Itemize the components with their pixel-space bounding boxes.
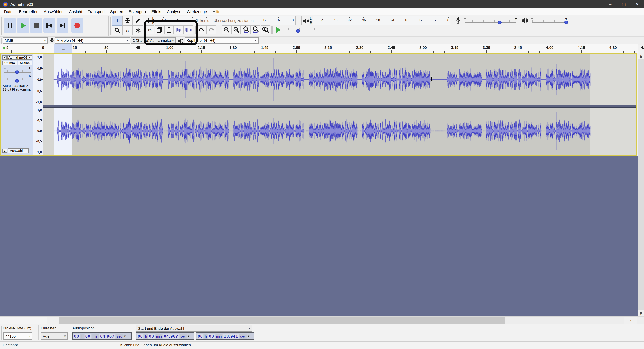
scroll-down-button[interactable]: ∨ (638, 310, 644, 316)
monitoring-prompt[interactable]: Klicken um Überwachung zu starten (194, 18, 254, 22)
menu-transport[interactable]: Transport (85, 10, 108, 14)
selection-tool-button[interactable]: I (112, 16, 122, 26)
title-bar[interactable]: Aufnahme01 – ▢ ✕ (0, 0, 644, 8)
audio-position-field[interactable]: 00h00min04.967sec▼ (72, 332, 132, 340)
project-rate-select[interactable]: 44100∨ (3, 332, 32, 340)
minimize-button[interactable]: – (604, 0, 617, 8)
time-digits[interactable]: 00 (74, 333, 80, 339)
time-field-dropdown-icon[interactable]: ▼ (247, 334, 250, 338)
toolbar-grip[interactable] (1, 326, 2, 340)
record-button[interactable] (72, 18, 83, 33)
time-unit[interactable]: sec (240, 334, 246, 338)
vertical-scroll-thumb[interactable] (638, 59, 644, 310)
timeline-pin-icon[interactable]: ▼ (2, 46, 6, 50)
time-field-dropdown-icon[interactable]: ▼ (124, 334, 126, 338)
horizontal-scroll-thumb[interactable] (59, 317, 505, 324)
scroll-left-button[interactable]: ‹ (47, 317, 59, 324)
time-digits[interactable]: 04.967 (163, 333, 179, 339)
play-at-speed-button[interactable] (274, 25, 283, 34)
time-unit[interactable]: h (144, 334, 148, 338)
menu-datei[interactable]: Datei (1, 10, 16, 14)
fit-selection-button[interactable] (241, 25, 250, 34)
time-unit[interactable]: min (92, 334, 99, 338)
time-digits[interactable]: 00 (137, 333, 144, 339)
time-digits[interactable]: 00 (208, 333, 215, 339)
menu-spuren[interactable]: Spuren (108, 10, 126, 14)
track-close-button[interactable]: ✕ (2, 55, 7, 60)
waveform-area[interactable]: I (43, 54, 636, 154)
audio-host-select[interactable]: MME∨ (3, 37, 48, 44)
timeline-ruler[interactable]: ▼ 5 ↔01530451:001:151:301:452:002:152:30… (0, 44, 638, 53)
solo-button[interactable]: Alleine (18, 61, 32, 65)
track-control-panel[interactable]: ✕ Aufnahme01 ▼ Stumm Alleine − + L R Ste… (1, 54, 33, 154)
playback-device-select[interactable]: Kopfhörer (4- H4)∨ (184, 37, 259, 44)
menu-ansicht[interactable]: Ansicht (66, 10, 85, 14)
zoom-in-button[interactable] (222, 25, 231, 34)
selection-start-field[interactable]: 00h00min04.967sec▼ (136, 332, 194, 340)
menu-bearbeiten[interactable]: Bearbeiten (16, 10, 41, 14)
multi-tool-button[interactable] (133, 26, 143, 35)
record-volume-slider[interactable] (498, 20, 502, 24)
cut-button[interactable]: ✂ (145, 25, 154, 34)
zoom-out-button[interactable] (232, 25, 241, 34)
draw-tool-button[interactable] (133, 16, 143, 26)
menu-werkzeuge[interactable]: Werkzeuge (184, 10, 210, 14)
redo-button[interactable] (206, 25, 216, 34)
recording-meter[interactable]: LR Klicken um Überwachung zu starten -54… (144, 16, 296, 25)
waveform-right-channel[interactable] (43, 107, 636, 154)
menu-auswählen[interactable]: Auswählen (41, 10, 66, 14)
time-unit[interactable]: sec (180, 334, 186, 338)
selection-range-mode-select[interactable]: Start und Ende der Auswahl∨ (136, 325, 252, 332)
time-unit[interactable]: min (156, 334, 162, 338)
time-digits[interactable]: 04.967 (100, 333, 115, 339)
play-button[interactable] (17, 18, 29, 33)
time-digits[interactable]: 00 (197, 333, 204, 339)
toolbar-grip[interactable] (110, 17, 111, 35)
horizontal-scrollbar[interactable]: ‹ › (0, 316, 644, 324)
time-shift-tool-button[interactable]: ↔ (122, 26, 133, 35)
recording-device-select[interactable]: Mikrofon (4- H4)∨ (54, 37, 130, 44)
playback-volume-slider[interactable] (564, 20, 568, 24)
undo-button[interactable] (197, 25, 206, 34)
playback-meter[interactable]: LR -54-48-42-36-30-24-18-12-60 (302, 16, 451, 25)
zoom-toggle-button[interactable] (261, 25, 270, 34)
menu-hilfe[interactable]: Hilfe (210, 10, 223, 14)
trim-audio-button[interactable] (174, 25, 184, 34)
toolbar-grip[interactable] (1, 17, 2, 35)
close-button[interactable]: ✕ (630, 0, 644, 8)
scroll-right-button[interactable]: › (624, 317, 636, 324)
menu-erzeugen[interactable]: Erzeugen (126, 10, 149, 14)
silence-audio-button[interactable] (184, 25, 193, 34)
maximize-button[interactable]: ▢ (617, 0, 630, 8)
selection-end-field[interactable]: 00h00min13.941sec▼ (196, 332, 254, 340)
time-unit[interactable]: min (216, 334, 222, 338)
menu-effekt[interactable]: Effekt (148, 10, 164, 14)
play-speed-thumb[interactable] (296, 29, 300, 33)
skip-to-end-button[interactable] (56, 18, 68, 33)
time-digits[interactable]: 00 (148, 333, 155, 339)
toolbar-grip[interactable] (195, 26, 196, 34)
mute-button[interactable]: Stumm (2, 61, 17, 65)
vertical-scrollbar[interactable]: ∧ ∨ (638, 53, 644, 316)
recording-channels-select[interactable]: 2 (Stereo) Aufnahmekanä ∨ (131, 37, 176, 44)
zoom-tool-button[interactable] (112, 26, 122, 35)
time-digits[interactable]: 13.941 (223, 333, 239, 339)
pan-slider[interactable] (15, 79, 19, 82)
track-name-menu[interactable]: Aufnahme01 ▼ (8, 55, 32, 60)
track-select-button[interactable]: Auswählen (8, 148, 29, 153)
envelope-tool-button[interactable] (122, 16, 133, 26)
collapse-track-button[interactable]: ▲ (2, 148, 7, 152)
waveform-left-channel[interactable] (43, 54, 636, 105)
menu-analyse[interactable]: Analyse (164, 10, 184, 14)
toolbar-grip[interactable] (1, 38, 2, 44)
skip-to-start-button[interactable] (44, 18, 55, 33)
time-unit[interactable]: h (81, 334, 84, 338)
ruler-selection-arrow-icon[interactable]: ↔ (61, 46, 65, 51)
vertical-ruler[interactable]: 1,00,50,0-0,5-1,0 1,00,50,0-0,5-1,0 (33, 54, 43, 154)
gain-slider[interactable] (15, 70, 19, 74)
snap-select[interactable]: Aus∨ (41, 332, 68, 340)
pause-button[interactable] (4, 18, 16, 33)
time-unit[interactable]: h (204, 334, 208, 338)
scroll-up-button[interactable]: ∧ (638, 53, 644, 59)
time-digits[interactable]: 00 (84, 333, 91, 339)
